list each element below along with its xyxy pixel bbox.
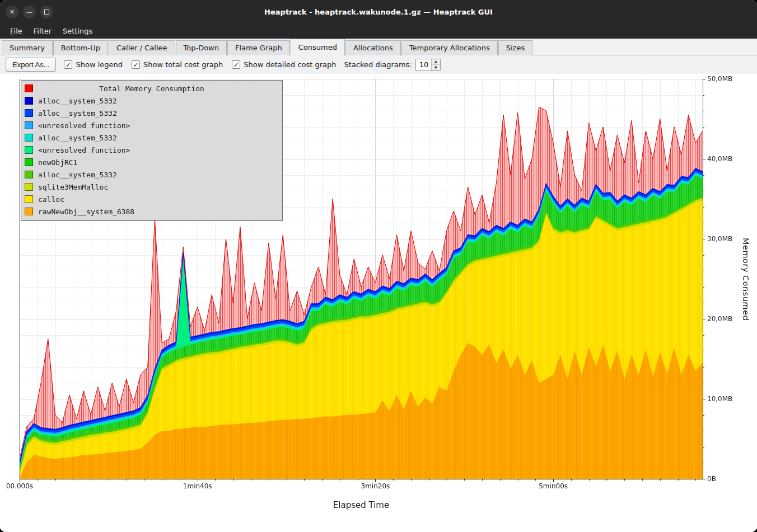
stacked-diagrams-label: Stacked diagrams: bbox=[344, 60, 412, 69]
titlebar[interactable]: ✕ — Heaptrack - heaptrack.wakunode.1.gz … bbox=[0, 0, 757, 23]
minimize-button[interactable]: — bbox=[23, 6, 36, 18]
legend-item-alloc-system-5332: alloc__system_5332 bbox=[21, 95, 282, 107]
main-content: SummaryBottom-UpCaller / CalleeTop-DownF… bbox=[0, 39, 757, 532]
tab-allocations[interactable]: Allocations bbox=[345, 40, 401, 55]
legend-label: <unresolved function> bbox=[38, 146, 130, 154]
toolbar: Export As... ✓Show legend✓Show total cos… bbox=[0, 55, 757, 74]
legend-swatch bbox=[25, 183, 33, 191]
menu-bar: FileFilterSettings bbox=[0, 23, 757, 39]
legend-item-rawnewobj-system-6388: rawNewObj__system_6388 bbox=[21, 205, 282, 218]
legend-item-newobjrc1: newObjRC1 bbox=[21, 156, 282, 168]
legend-swatch bbox=[25, 134, 33, 142]
checkbox-show-legend[interactable]: ✓Show legend bbox=[64, 60, 123, 69]
legend-item-alloc-system-5332: alloc__system_5332 bbox=[21, 107, 282, 119]
spinner-arrows: ▲ ▼ bbox=[431, 59, 440, 70]
maximize-icon bbox=[44, 10, 49, 15]
tab-temporary-allocations[interactable]: Temporary Allocations bbox=[401, 40, 498, 55]
legend-item-unresolved-function: <unresolved function> bbox=[21, 119, 282, 131]
spinner-value: 10 bbox=[416, 59, 431, 70]
chart-area: Total Memory Consumptionalloc__system_53… bbox=[0, 74, 757, 532]
checkbox-show-detailed-cost-graph[interactable]: ✓Show detailed cost graph bbox=[232, 60, 336, 69]
y-axis-title: Memory Consumed bbox=[741, 238, 750, 321]
legend-swatch bbox=[25, 97, 33, 105]
tab-bar: SummaryBottom-UpCaller / CalleeTop-DownF… bbox=[0, 39, 757, 55]
legend-swatch bbox=[25, 109, 33, 117]
export-as-button[interactable]: Export As... bbox=[6, 58, 56, 72]
legend-label: alloc__system_5332 bbox=[38, 134, 117, 142]
stacked-diagrams-spinner[interactable]: 10 ▲ ▼ bbox=[415, 59, 441, 71]
x-axis-title: Elapsed Time bbox=[20, 500, 703, 510]
window-title: Heaptrack - heaptrack.wakunode.1.gz — He… bbox=[264, 8, 493, 16]
tab-consumed[interactable]: Consumed bbox=[291, 39, 345, 55]
checkbox-box[interactable]: ✓ bbox=[232, 60, 240, 69]
legend-item-sqlite3memmalloc: sqlite3MemMalloc bbox=[21, 181, 282, 193]
tab-top-down[interactable]: Top-Down bbox=[176, 40, 227, 55]
legend-item-calloc: calloc bbox=[21, 193, 282, 205]
legend-label: calloc bbox=[38, 195, 64, 204]
spinner-up-button[interactable]: ▲ bbox=[432, 59, 440, 65]
legend-item-alloc-system-5332: alloc__system_5332 bbox=[21, 168, 282, 181]
spinner-down-button[interactable]: ▼ bbox=[432, 65, 440, 70]
legend-label: rawNewObj__system_6388 bbox=[38, 208, 134, 216]
legend-swatch bbox=[25, 121, 33, 129]
checkbox-box[interactable]: ✓ bbox=[64, 60, 72, 69]
checkbox-group: ✓Show legend✓Show total cost graph✓Show … bbox=[64, 60, 336, 69]
menu-file[interactable]: File bbox=[4, 25, 28, 37]
maximize-button[interactable] bbox=[40, 6, 53, 18]
checkbox-box[interactable]: ✓ bbox=[132, 60, 140, 69]
checkbox-label: Show legend bbox=[76, 60, 123, 69]
legend-swatch bbox=[25, 158, 33, 166]
checkbox-label: Show detailed cost graph bbox=[244, 60, 336, 69]
legend-title-row: Total Memory Consumption bbox=[21, 82, 282, 95]
legend-label: alloc__system_5332 bbox=[38, 97, 117, 105]
legend-swatch bbox=[25, 146, 33, 154]
tab-caller-callee[interactable]: Caller / Callee bbox=[109, 40, 175, 55]
legend-label: newObjRC1 bbox=[38, 158, 77, 167]
legend-label: alloc__system_5332 bbox=[38, 109, 117, 117]
tab-bottom-up[interactable]: Bottom-Up bbox=[53, 40, 108, 55]
window-controls: ✕ — bbox=[6, 0, 53, 23]
tab-flame-graph[interactable]: Flame Graph bbox=[227, 40, 290, 55]
legend-item-alloc-system-5332: alloc__system_5332 bbox=[21, 131, 282, 144]
legend-swatch bbox=[25, 208, 33, 215]
legend-item-unresolved-function: <unresolved function> bbox=[21, 144, 282, 156]
legend-label: sqlite3MemMalloc bbox=[38, 183, 108, 191]
chart-legend: Total Memory Consumptionalloc__system_53… bbox=[21, 80, 283, 221]
legend-label: <unresolved function> bbox=[38, 121, 130, 130]
menu-settings[interactable]: Settings bbox=[57, 25, 98, 37]
tab-summary[interactable]: Summary bbox=[2, 40, 53, 55]
legend-swatch bbox=[25, 171, 33, 178]
checkbox-label: Show total cost graph bbox=[143, 60, 223, 69]
legend-label: alloc__system_5332 bbox=[38, 171, 117, 179]
app-window: ✕ — Heaptrack - heaptrack.wakunode.1.gz … bbox=[0, 0, 757, 532]
checkbox-show-total-cost-graph[interactable]: ✓Show total cost graph bbox=[132, 60, 223, 69]
tab-sizes[interactable]: Sizes bbox=[498, 40, 532, 55]
legend-swatch bbox=[25, 195, 33, 203]
legend-title: Total Memory Consumption bbox=[21, 84, 282, 93]
close-button[interactable]: ✕ bbox=[6, 6, 18, 18]
menu-filter[interactable]: Filter bbox=[28, 25, 57, 37]
